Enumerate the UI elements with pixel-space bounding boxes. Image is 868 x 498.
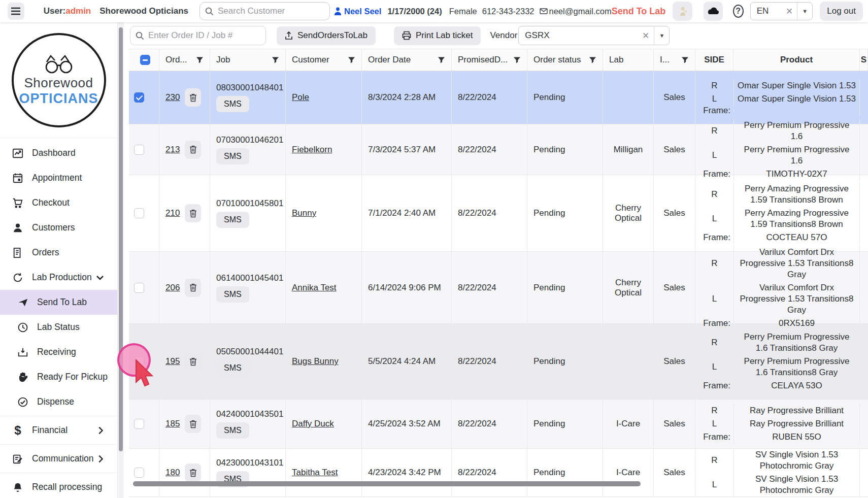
sidebar-item-financial[interactable]: $Financial [0,418,117,443]
side-value: R [695,455,733,466]
sidebar-item-customers[interactable]: Customers [0,215,117,240]
courier-animation-button[interactable] [673,2,692,21]
order-date-cell: 4/23/2024 3:42 PM [362,449,452,496]
customer-search-input[interactable] [218,6,324,16]
row-checkbox[interactable] [134,283,144,293]
column-header-Job[interactable]: Job [210,49,286,71]
sidebar-item-recall-processing[interactable]: Recall processing [0,475,117,498]
sms-button[interactable]: SMS [216,212,249,228]
row-checkbox[interactable] [134,468,144,478]
filter-icon[interactable] [196,56,204,64]
column-header-Customer[interactable]: Customer [286,49,362,71]
vendor-combobox[interactable]: GSRX ✕ ▼ [518,26,670,45]
vendor-clear-icon[interactable]: ✕ [638,30,654,41]
order-id-link[interactable]: 195 [165,356,180,367]
sms-button[interactable]: SMS [216,422,249,439]
horizontal-scrollbar-thumb[interactable] [133,481,641,486]
topbar: User:admin Shorewood Opticians Neel Seel… [0,0,868,22]
filter-icon[interactable] [438,56,445,64]
vendor-dropdown-arrow-icon[interactable]: ▼ [654,26,669,45]
upload-icon [285,31,293,40]
column-header-Ord...[interactable]: Ord... [159,49,210,71]
filter-icon[interactable] [348,56,355,64]
column-header-I...[interactable]: I... [654,49,695,71]
filter-icon[interactable] [589,56,596,64]
sidebar-item-lab-production[interactable]: Lab Production [0,265,117,290]
sidebar-item-dashboard[interactable]: Dashboard [0,141,117,165]
customer-link[interactable]: Bunny [292,208,316,218]
language-clear-icon[interactable]: ✕ [782,6,797,17]
chevron-right-icon[interactable] [96,426,105,435]
customer-link[interactable]: Fiebelkorn [292,145,332,155]
sidebar-item-lab-status[interactable]: Lab Status [0,315,117,340]
order-search[interactable] [130,26,266,45]
order-date-value: 4/23/2024 3:42 PM [368,468,441,478]
row-checkbox[interactable] [134,145,144,155]
customer-link[interactable]: Daffy Duck [292,419,334,429]
send-orders-to-lab-button[interactable]: SendOrdersToLab [277,26,376,45]
inbox-icon [16,346,29,359]
help-button[interactable]: ? [733,5,744,18]
column-header-PromisedD...[interactable]: PromisedD... [452,49,527,71]
delete-order-button[interactable] [185,204,201,222]
row-checkbox[interactable] [134,208,144,218]
logout-button[interactable]: Log out [820,2,863,21]
sidebar-item-communication[interactable]: Communication [0,446,117,471]
select-all-checkbox[interactable] [140,55,150,65]
order-id-link[interactable]: 210 [165,208,180,218]
sms-button[interactable]: SMS [216,96,249,112]
status-column-stub [859,182,868,207]
hamburger-menu-button[interactable] [8,3,24,20]
vertical-scrollbar[interactable] [118,22,124,498]
delete-order-button[interactable] [185,88,201,107]
cloud-sync-button[interactable] [704,2,722,21]
sms-button[interactable]: SMS [216,286,249,303]
order-id-link[interactable]: 206 [165,283,180,293]
sidebar-item-send-to-lab[interactable]: Send To Lab [0,290,117,315]
delete-order-button[interactable] [185,279,201,297]
sales-value: Sales [663,419,685,429]
order-id-link[interactable]: 180 [165,468,180,478]
order-id-link[interactable]: 213 [165,145,180,155]
sidebar-item-ready-for-pickup[interactable]: Ready For Pickup [0,364,117,389]
language-select[interactable]: EN ✕ ▼ [750,2,813,20]
order-search-input[interactable] [148,30,257,41]
row-checkbox[interactable] [134,419,144,429]
delete-order-button[interactable] [185,352,201,371]
delete-order-button[interactable] [185,141,201,159]
customer-link[interactable]: Annika Test [292,283,337,293]
row-checkbox[interactable] [134,356,144,367]
sidebar-item-checkout[interactable]: Checkout [0,190,117,215]
order-id-link[interactable]: 230 [165,92,180,103]
customer-link[interactable]: Tabitha Test [292,468,338,478]
customer-link[interactable]: Pole [292,92,309,103]
customer-search[interactable] [199,2,330,20]
row-checkbox[interactable] [134,92,144,103]
order-date-cell: 5/5/2024 4:24 AM [362,324,452,399]
sms-button[interactable]: SMS [216,360,249,376]
delete-order-button[interactable] [185,415,201,433]
sms-button[interactable]: SMS [216,148,249,164]
sales-cell: Sales [654,71,695,124]
chevron-down-icon[interactable] [95,273,105,283]
language-dropdown-arrow-icon[interactable]: ▼ [797,2,812,20]
sidebar-item-dispense[interactable]: Dispense [0,389,117,414]
patient-name[interactable]: Neel Seel [344,7,381,16]
filter-icon[interactable] [272,56,279,64]
sidebar-item-receiving[interactable]: Receiving [0,340,117,364]
column-header-Order status[interactable]: Order status [527,49,603,71]
delete-order-button[interactable] [185,463,201,482]
column-header-Order Date[interactable]: Order Date [362,49,452,71]
vertical-scrollbar-thumb[interactable] [119,27,123,451]
sidebar-item-orders[interactable]: Orders [0,240,117,265]
filter-icon[interactable] [513,56,521,64]
chevron-right-icon[interactable] [96,454,105,463]
customer-cell: Daffy Duck [286,400,362,448]
customer-link[interactable]: Bugs Bunny [292,356,339,367]
sidebar-item-appointment[interactable]: Appointment [0,165,117,190]
sidebar-item-label: Lab Production [32,272,92,283]
filter-icon[interactable] [681,56,689,64]
order-id-link[interactable]: 185 [165,419,180,429]
print-lab-ticket-button[interactable]: Print Lab ticket [394,26,481,45]
person-icon [11,221,24,235]
